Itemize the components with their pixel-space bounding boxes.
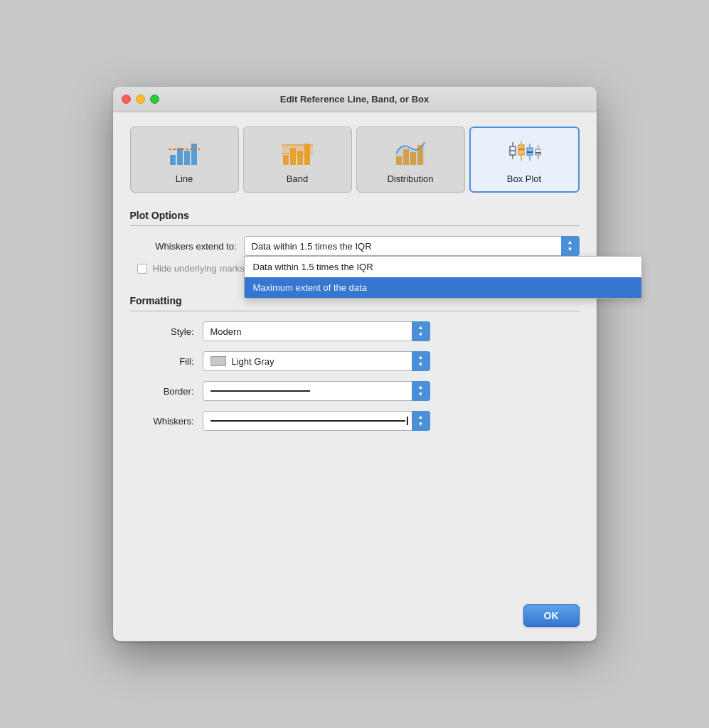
- fill-dropdown-arrow[interactable]: ▲ ▼: [412, 351, 430, 371]
- whiskers-line-preview: [210, 417, 408, 425]
- dialog-title: Edit Reference Line, Band, or Box: [280, 94, 430, 105]
- plot-options-label: Plot Options: [130, 210, 580, 221]
- whiskers-end-mark: [407, 417, 408, 425]
- whiskers-format-container: ▲ ▼: [203, 411, 430, 431]
- whiskers-option-2[interactable]: Maximum extent of the data: [245, 277, 641, 298]
- hide-marks-checkbox[interactable]: [137, 264, 147, 274]
- tab-band-label: Band: [287, 173, 308, 184]
- line-tab-icon: [167, 135, 201, 169]
- minimize-button[interactable]: [136, 95, 145, 104]
- maximize-button[interactable]: [150, 95, 159, 104]
- border-dropdown[interactable]: [203, 381, 430, 401]
- fill-color-swatch: [210, 356, 226, 366]
- whiskers-dropdown-arrow[interactable]: ▲ ▼: [561, 236, 580, 256]
- border-field-label: Border:: [130, 386, 194, 397]
- whiskers-row: Whiskers extend to: Data within 1.5 time…: [130, 236, 580, 256]
- whiskers-dropdown-menu: Data within 1.5 times the IQR Maximum ex…: [244, 256, 642, 299]
- whiskers-format-row: Whiskers: ▲ ▼: [130, 411, 580, 431]
- border-select-container: ▲ ▼: [203, 381, 430, 401]
- formatting-divider: [130, 311, 580, 311]
- tab-line[interactable]: Line: [130, 127, 239, 193]
- fill-field-label: Fill:: [130, 356, 194, 367]
- dialog-body: Line Band: [113, 112, 597, 593]
- fill-chevron-down: ▼: [418, 362, 424, 368]
- border-row: Border: ▲ ▼: [130, 381, 580, 401]
- formatting-section: Formatting Style: Modern ▲ ▼ Fill:: [130, 292, 580, 441]
- tab-line-label: Line: [176, 173, 193, 184]
- fill-dropdown[interactable]: Light Gray: [203, 351, 430, 371]
- plot-options-divider: [130, 225, 580, 226]
- whiskers-format-dropdown[interactable]: [203, 411, 430, 431]
- close-button[interactable]: [122, 95, 131, 104]
- fill-chevron-up: ▲: [418, 355, 424, 360]
- style-value: Modern: [210, 326, 242, 337]
- style-dropdown-arrow[interactable]: ▲ ▼: [412, 321, 430, 341]
- border-chevron-down: ▼: [418, 392, 424, 397]
- style-chevron-down: ▼: [418, 332, 424, 338]
- whiskers-chevron-down: ▼: [418, 422, 424, 427]
- whiskers-field-label: Whiskers extend to:: [130, 241, 237, 252]
- style-select-container: Modern ▲ ▼: [203, 321, 430, 341]
- svg-rect-9: [282, 145, 313, 154]
- tab-distribution[interactable]: Distribution: [356, 127, 465, 193]
- border-chevron-up: ▲: [418, 385, 424, 390]
- dialog-window: Edit Reference Line, Band, or Box: [113, 87, 597, 641]
- band-tab-icon: [280, 135, 314, 169]
- fill-value: Light Gray: [232, 356, 274, 367]
- whiskers-option-1[interactable]: Data within 1.5 times the IQR: [245, 257, 641, 277]
- svg-rect-1: [177, 148, 183, 165]
- svg-rect-0: [170, 155, 176, 165]
- whiskers-format-arrow[interactable]: ▲ ▼: [412, 411, 430, 431]
- box-plot-tab-icon: [507, 135, 541, 169]
- style-dropdown[interactable]: Modern: [203, 321, 430, 341]
- chevron-up-icon: ▲: [567, 240, 573, 245]
- tab-box-plot[interactable]: Box Plot: [469, 127, 580, 193]
- tab-row: Line Band: [130, 127, 580, 193]
- tab-box-plot-label: Box Plot: [507, 173, 541, 184]
- whiskers-format-label: Whiskers:: [130, 416, 194, 427]
- style-field-label: Style:: [130, 326, 194, 337]
- whiskers-dropdown-container: Data within 1.5 times the IQR ▲ ▼ Data w…: [244, 236, 580, 256]
- style-row: Style: Modern ▲ ▼: [130, 321, 580, 341]
- tab-distribution-label: Distribution: [387, 173, 433, 184]
- svg-rect-2: [184, 151, 190, 165]
- whiskers-line-dash: [210, 420, 405, 422]
- plot-options-section: Plot Options Whiskers extend to: Data wi…: [130, 207, 580, 278]
- fill-select-container: Light Gray ▲ ▼: [203, 351, 430, 371]
- title-bar: Edit Reference Line, Band, or Box: [113, 87, 597, 112]
- style-chevron-up: ▲: [418, 325, 424, 331]
- border-line-preview: [210, 390, 310, 392]
- chevron-down-icon: ▼: [567, 247, 573, 252]
- svg-rect-3: [191, 144, 197, 165]
- whiskers-dropdown[interactable]: Data within 1.5 times the IQR: [244, 236, 580, 256]
- whiskers-chevron-up: ▲: [418, 414, 424, 420]
- tab-band[interactable]: Band: [243, 127, 352, 193]
- fill-row: Fill: Light Gray ▲ ▼: [130, 351, 580, 371]
- ok-button[interactable]: OK: [523, 604, 580, 627]
- border-dropdown-arrow[interactable]: ▲ ▼: [412, 381, 430, 401]
- window-controls: [122, 95, 159, 104]
- svg-rect-5: [283, 155, 289, 165]
- whiskers-selected-value: Data within 1.5 times the IQR: [252, 241, 372, 252]
- distribution-tab-icon: [393, 135, 427, 169]
- dialog-footer: OK: [113, 593, 597, 641]
